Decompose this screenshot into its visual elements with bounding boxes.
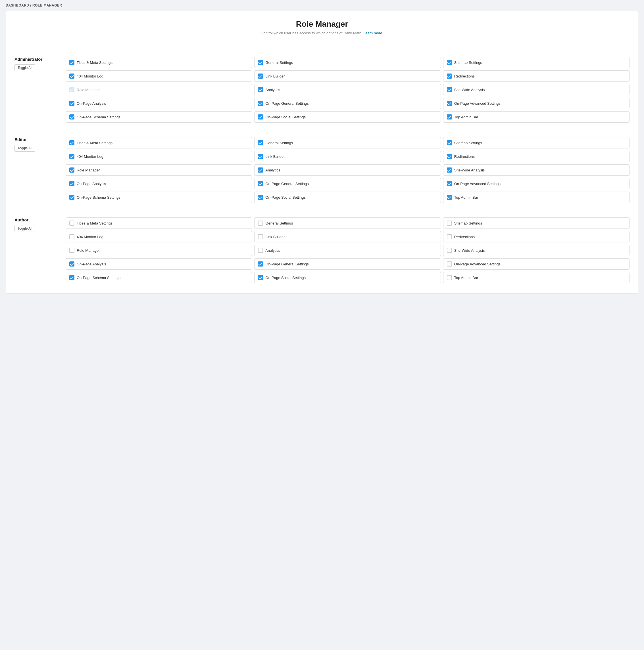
perm-label-author-titles-meta: Titles & Meta Settings <box>77 221 112 225</box>
perm-label-administrator-sitemap-settings: Sitemap Settings <box>454 61 482 65</box>
checkbox-administrator-sitemap-settings <box>447 60 452 65</box>
perm-item-author-link-builder[interactable]: Link Builder <box>254 231 441 242</box>
checkbox-editor-role-manager <box>69 168 74 173</box>
perm-label-administrator-site-wide-analysis: Site-Wide Analysis <box>454 88 485 92</box>
perm-item-editor-onpage-advanced[interactable]: On-Page Advanced Settings <box>443 178 630 189</box>
perm-label-author-onpage-social: On-Page Social Settings <box>265 276 306 280</box>
checkbox-author-top-admin-bar <box>447 275 452 280</box>
checkbox-administrator-role-manager <box>69 87 74 92</box>
learn-more-link[interactable]: Learn more <box>363 31 382 35</box>
checkbox-editor-top-admin-bar <box>447 195 452 200</box>
perm-item-author-onpage-schema[interactable]: On-Page Schema Settings <box>66 272 252 283</box>
perm-item-editor-redirections[interactable]: Redirections <box>443 151 630 162</box>
checkbox-editor-onpage-advanced <box>447 181 452 186</box>
perm-item-author-onpage-advanced[interactable]: On-Page Advanced Settings <box>443 258 630 269</box>
checkbox-author-link-builder <box>258 234 263 239</box>
perm-item-administrator-onpage-advanced[interactable]: On-Page Advanced Settings <box>443 98 630 109</box>
perm-item-editor-site-wide-analysis[interactable]: Site-Wide Analysis <box>443 164 630 176</box>
perm-label-author-404-monitor: 404 Monitor Log <box>77 235 103 239</box>
checkbox-administrator-link-builder <box>258 74 263 79</box>
perm-label-editor-titles-meta: Titles & Meta Settings <box>77 141 112 145</box>
perm-item-administrator-site-wide-analysis[interactable]: Site-Wide Analysis <box>443 84 630 95</box>
perm-item-administrator-redirections[interactable]: Redirections <box>443 70 630 82</box>
checkbox-administrator-onpage-analysis <box>69 101 74 106</box>
perm-item-editor-404-monitor[interactable]: 404 Monitor Log <box>66 151 252 162</box>
checkbox-editor-link-builder <box>258 154 263 159</box>
perm-item-editor-onpage-analysis[interactable]: On-Page Analysis <box>66 178 252 189</box>
perm-item-administrator-titles-meta[interactable]: Titles & Meta Settings <box>66 57 252 68</box>
perm-item-editor-onpage-social[interactable]: On-Page Social Settings <box>254 191 441 203</box>
perm-item-author-sitemap-settings[interactable]: Sitemap Settings <box>443 217 630 229</box>
perm-item-administrator-404-monitor[interactable]: 404 Monitor Log <box>66 70 252 82</box>
checkbox-administrator-analytics <box>258 87 263 92</box>
perm-item-editor-onpage-general[interactable]: On-Page General Settings <box>254 178 441 189</box>
checkbox-editor-onpage-social <box>258 195 263 200</box>
checkbox-editor-404-monitor <box>69 154 74 159</box>
perm-item-editor-role-manager[interactable]: Role Manager <box>66 164 252 176</box>
perm-item-editor-titles-meta[interactable]: Titles & Meta Settings <box>66 137 252 148</box>
perm-item-author-404-monitor[interactable]: 404 Monitor Log <box>66 231 252 242</box>
perm-label-editor-onpage-schema: On-Page Schema Settings <box>77 195 121 200</box>
breadcrumb: Dashboard / Role Manager <box>0 0 644 11</box>
perm-item-editor-analytics[interactable]: Analytics <box>254 164 441 176</box>
roles-container: AdministratorToggle AllTitles & Meta Set… <box>14 50 630 290</box>
checkbox-author-404-monitor <box>69 234 74 239</box>
perm-label-author-analytics: Analytics <box>265 248 280 253</box>
perm-label-editor-sitemap-settings: Sitemap Settings <box>454 141 482 145</box>
perm-item-author-redirections[interactable]: Redirections <box>443 231 630 242</box>
checkbox-administrator-site-wide-analysis <box>447 87 452 92</box>
checkbox-author-onpage-general <box>258 261 263 266</box>
permissions-grid-author: Titles & Meta SettingsGeneral SettingsSi… <box>66 217 630 283</box>
perm-label-author-onpage-analysis: On-Page Analysis <box>77 262 106 266</box>
perm-item-administrator-onpage-analysis[interactable]: On-Page Analysis <box>66 98 252 109</box>
perm-item-administrator-sitemap-settings[interactable]: Sitemap Settings <box>443 57 630 68</box>
perm-item-author-onpage-general[interactable]: On-Page General Settings <box>254 258 441 269</box>
checkbox-administrator-onpage-social <box>258 114 263 119</box>
breadcrumb-separator: / <box>30 3 32 7</box>
checkbox-author-general-settings <box>258 221 263 226</box>
role-section-author: AuthorToggle AllTitles & Meta SettingsGe… <box>14 210 630 290</box>
perm-item-editor-top-admin-bar[interactable]: Top Admin Bar <box>443 191 630 203</box>
perm-item-administrator-onpage-social[interactable]: On-Page Social Settings <box>254 111 441 122</box>
toggle-all-button-author[interactable]: Toggle All <box>14 225 35 232</box>
perm-label-editor-link-builder: Link Builder <box>265 154 285 159</box>
breadcrumb-dashboard[interactable]: Dashboard <box>6 3 29 7</box>
toggle-all-button-editor[interactable]: Toggle All <box>14 145 35 152</box>
perm-item-administrator-top-admin-bar[interactable]: Top Admin Bar <box>443 111 630 122</box>
checkbox-editor-general-settings <box>258 140 263 145</box>
toggle-all-button-administrator[interactable]: Toggle All <box>14 65 35 71</box>
perm-item-author-general-settings[interactable]: General Settings <box>254 217 441 229</box>
perm-item-author-top-admin-bar[interactable]: Top Admin Bar <box>443 272 630 283</box>
perm-item-editor-general-settings[interactable]: General Settings <box>254 137 441 148</box>
perm-label-author-redirections: Redirections <box>454 235 475 239</box>
perm-item-administrator-onpage-general[interactable]: On-Page General Settings <box>254 98 441 109</box>
perm-label-author-site-wide-analysis: Site-Wide Analysis <box>454 248 485 253</box>
perm-item-administrator-general-settings[interactable]: General Settings <box>254 57 441 68</box>
perm-label-administrator-onpage-analysis: On-Page Analysis <box>77 101 106 106</box>
perm-label-author-link-builder: Link Builder <box>265 235 285 239</box>
checkbox-administrator-general-settings <box>258 60 263 65</box>
checkbox-editor-onpage-general <box>258 181 263 186</box>
perm-item-author-onpage-analysis[interactable]: On-Page Analysis <box>66 258 252 269</box>
perm-item-author-analytics[interactable]: Analytics <box>254 245 441 256</box>
perm-label-editor-role-manager: Role Manager <box>77 168 100 172</box>
checkbox-author-analytics <box>258 248 263 253</box>
perm-label-administrator-top-admin-bar: Top Admin Bar <box>454 115 478 119</box>
perm-item-author-role-manager[interactable]: Role Manager <box>66 245 252 256</box>
perm-label-editor-onpage-general: On-Page General Settings <box>265 182 308 186</box>
perm-item-administrator-link-builder[interactable]: Link Builder <box>254 70 441 82</box>
perm-item-author-titles-meta[interactable]: Titles & Meta Settings <box>66 217 252 229</box>
perm-item-editor-sitemap-settings[interactable]: Sitemap Settings <box>443 137 630 148</box>
checkbox-administrator-onpage-general <box>258 101 263 106</box>
perm-item-author-site-wide-analysis[interactable]: Site-Wide Analysis <box>443 245 630 256</box>
perm-label-administrator-link-builder: Link Builder <box>265 74 285 78</box>
perm-item-editor-onpage-schema[interactable]: On-Page Schema Settings <box>66 191 252 203</box>
checkbox-author-site-wide-analysis <box>447 248 452 253</box>
perm-item-administrator-onpage-schema[interactable]: On-Page Schema Settings <box>66 111 252 122</box>
checkbox-administrator-top-admin-bar <box>447 114 452 119</box>
perm-item-editor-link-builder[interactable]: Link Builder <box>254 151 441 162</box>
perm-item-author-onpage-social[interactable]: On-Page Social Settings <box>254 272 441 283</box>
checkbox-editor-analytics <box>258 168 263 173</box>
checkbox-administrator-titles-meta <box>69 60 74 65</box>
perm-item-administrator-analytics[interactable]: Analytics <box>254 84 441 95</box>
